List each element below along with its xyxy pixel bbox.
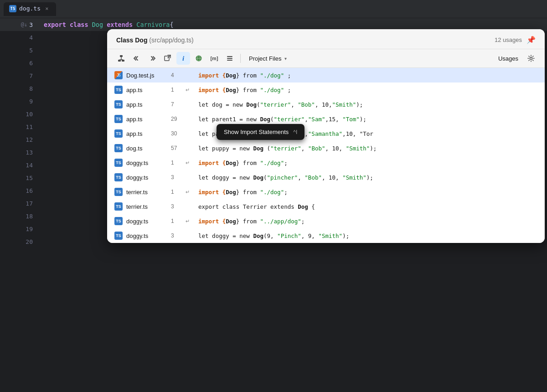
info-popup: Class Dog (src/app/dog.ts) 12 usages 📌 <box>107 29 545 243</box>
result-row-app-7[interactable]: TS app.ts 7 let dog = new Dog("terrier",… <box>107 97 545 112</box>
svg-point-12 <box>530 57 532 60</box>
result-row-app-1[interactable]: TS app.ts 1 ↵ import {Dog} from "./dog" … <box>107 83 545 97</box>
filename-doggy-3b: doggy.ts <box>126 232 167 239</box>
line-57: 57 <box>171 145 182 151</box>
code-app-30: let parent2 = new Dog("terrier","Samanth… <box>198 130 373 137</box>
gutter-line-9: 9 <box>0 95 36 108</box>
usages-label: 12 usages 📌 <box>495 36 536 44</box>
gutter-line-20: 20 <box>0 235 36 248</box>
filename-doggy-1b: doggy.ts <box>126 218 167 225</box>
result-row-doggy-3[interactable]: TS doggy.ts 3 let doggy = new Dog("pinch… <box>107 170 545 185</box>
result-row-doggy-3b[interactable]: TS doggy.ts 3 let doggy = new Dog(9, "Pi… <box>107 228 545 243</box>
filename-dog-57: dog.ts <box>126 145 167 152</box>
forward-icon <box>149 55 156 62</box>
result-row-doggy-1b[interactable]: TS doggy.ts 1 ↵ import {Dog} from "../ap… <box>107 214 545 228</box>
filename-app-30: app.ts <box>126 130 167 137</box>
gutter-line-14: 14 <box>0 159 36 171</box>
indent-arrow-11: ↵ <box>186 218 195 224</box>
forward-button[interactable] <box>145 52 159 65</box>
back-icon <box>133 55 140 62</box>
settings-button[interactable] <box>525 52 537 65</box>
popup-title: Class Dog (src/app/dog.ts) <box>116 36 194 44</box>
svg-rect-2 <box>120 55 123 57</box>
svg-rect-11 <box>227 60 232 61</box>
indent-arrow-9: ↵ <box>186 189 195 195</box>
code-app-1: import {Dog} from "./dog" ; <box>198 87 291 93</box>
code-doggy-3: let doggy = new Dog("pincher", "Bob", 10… <box>198 174 373 181</box>
gutter-line-5: 5 <box>0 44 36 57</box>
code-app-29: let parent1 = new Dog("terrier","Sam",15… <box>198 116 366 123</box>
tab-dog-ts[interactable]: TS dog.ts × <box>4 2 56 16</box>
popup-toolbar: i [m] <box>107 49 545 68</box>
gutter-line-15: 15 <box>0 171 36 184</box>
indent-arrow-7: ↵ <box>186 160 195 166</box>
scope-dropdown[interactable]: Project Files ▾ <box>244 53 291 64</box>
scope-ball-button[interactable] <box>192 52 206 65</box>
result-row-terrier-1[interactable]: TS terrier.ts 1 ↵ import {Dog} from "./d… <box>107 185 545 199</box>
gutter-line-3: @↓ 3 <box>0 18 36 31</box>
ts-icon-doggy-1b: TS <box>114 217 123 225</box>
ts-file-icon: TS <box>9 5 16 12</box>
code-doggy-3b: let doggy = new Dog(9, "Pinch", 9, "Smit… <box>198 232 349 239</box>
line-t3: 3 <box>171 203 182 210</box>
ts-icon-app-30: TS <box>114 129 123 138</box>
code-doggy-1b: import {Dog} from "../app/dog"; <box>198 218 304 225</box>
gutter-line-13: 13 <box>0 146 36 159</box>
gutter-line-16: 16 <box>0 184 36 197</box>
list-button[interactable] <box>223 52 237 65</box>
keyword-export: export <box>44 21 66 28</box>
gutter-icon-3: @↓ <box>21 21 27 28</box>
code-doggy-1: import {Dog} from "./dog"; <box>198 160 288 166</box>
hierarchy-button[interactable] <box>114 52 128 65</box>
filename-doggy-3: doggy.ts <box>126 174 167 181</box>
code-area: export class Dog extends Carnivora { <box>36 18 547 392</box>
indent-arrow-1: ↵ <box>186 87 195 93</box>
ts-icon-app-1: TS <box>114 86 123 94</box>
result-row-app-29[interactable]: TS app.ts 29 let parent1 = new Dog("terr… <box>107 112 545 126</box>
gutter-line-8: 8 <box>0 82 36 95</box>
gear-icon <box>527 55 535 62</box>
chevron-down-icon: ▾ <box>284 56 287 61</box>
gutter-line-4: 4 <box>0 31 36 44</box>
open-in-editor-button[interactable] <box>161 52 175 65</box>
scope-label: Project Files <box>249 55 282 62</box>
ts-icon-app-7: TS <box>114 100 123 108</box>
class-name-dog: Dog <box>92 21 103 28</box>
line-d1: 1 <box>171 160 182 166</box>
gutter-line-19: 19 <box>0 222 36 235</box>
module-icon: [m] <box>210 56 218 61</box>
ts-icon-terrier-1: TS <box>114 188 123 196</box>
tab-close-button[interactable]: × <box>43 5 51 12</box>
result-row-terrier-3[interactable]: TS terrier.ts 3 export class Terrier ext… <box>107 199 545 214</box>
code-dog-test: import {Dog} from "./dog" ; <box>198 72 291 79</box>
result-row-doggy-1[interactable]: TS doggy.ts 1 ↵ import {Dog} from "./dog… <box>107 155 545 170</box>
filename-dog-test: Dog.test.js <box>126 72 167 79</box>
toolbar-separator <box>240 54 241 63</box>
gutter-line-12: 12 <box>0 133 36 146</box>
keyword-extends: extends <box>107 21 133 28</box>
line-1a: 1 <box>171 87 182 93</box>
gutter-line-6: 6 <box>0 57 36 69</box>
line-4: 4 <box>171 72 182 78</box>
result-row-dog-test[interactable]: JS Dog.test.js 4 import {Dog} from "./do… <box>107 68 545 83</box>
keyword-class: class <box>70 21 88 28</box>
import-icon-letter: i <box>182 55 184 62</box>
show-imports-button[interactable]: i <box>176 52 190 65</box>
gutter-line-11: 11 <box>0 120 36 133</box>
hierarchy-icon <box>118 55 125 62</box>
result-row-app-30[interactable]: TS app.ts 30 let parent2 = new Dog("terr… <box>107 126 545 141</box>
module-button[interactable]: [m] <box>207 52 221 65</box>
ts-icon-doggy-1: TS <box>114 159 123 167</box>
back-button[interactable] <box>130 52 144 65</box>
line-d3b: 3 <box>171 232 182 239</box>
open-editor-icon <box>164 55 171 62</box>
usages-button[interactable]: Usages <box>494 53 523 64</box>
filename-app-1: app.ts <box>126 87 167 93</box>
pin-icon[interactable]: 📌 <box>526 36 536 44</box>
code-dog-57: let puppy = new Dog ("terrier", "Bob", 1… <box>198 145 377 152</box>
ts-icon-doggy-3: TS <box>114 173 123 181</box>
filename-doggy-1: doggy.ts <box>126 160 167 166</box>
result-row-dog-57[interactable]: TS dog.ts 57 let puppy = new Dog ("terri… <box>107 141 545 155</box>
jest-file-icon: JS <box>114 71 123 79</box>
line-d1b: 1 <box>171 218 182 224</box>
